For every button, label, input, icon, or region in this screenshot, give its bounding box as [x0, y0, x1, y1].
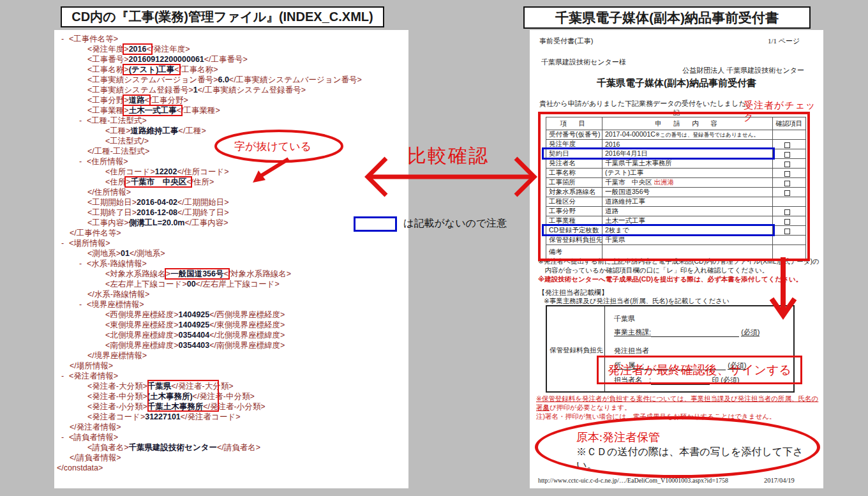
- xml-line: -<工事件名等>: [54, 34, 408, 44]
- form-issuer: 公益財団法人 千葉県建設技術センター: [530, 66, 804, 75]
- annotation-missing-chars-label: 字が抜けている: [234, 139, 311, 154]
- xml-line: <請負者名>千葉県建設技術センター</請負者名>: [54, 442, 408, 453]
- xml-line: -<工種-工法型式>: [54, 116, 408, 126]
- clerk-section-note: ※事業主務課及び発注担当者(所属、氏名)を記載してください: [544, 297, 730, 306]
- xml-code-block: -<工事件名等><発注年度>2016</発注年度><工事番号>201609122…: [54, 34, 408, 473]
- form-header-left: 事前受付書(工事): [539, 36, 593, 46]
- xml-line: <工事名称>(テスト)工事</工事名称>: [54, 64, 408, 75]
- clerk-dept-label: 事業主務課:: [614, 328, 651, 336]
- xml-line: <工期開始日>2016-04-02</工期開始日>: [54, 197, 408, 207]
- annotation-table-frame: [538, 112, 810, 261]
- annotation-stamp-ellipse: [535, 416, 820, 478]
- xml-highlight-box: >道路<: [124, 96, 149, 105]
- clerk-contact-label: 発注担当者: [614, 346, 649, 356]
- clerk-section-title: 【発注担当者記載欄】: [538, 288, 608, 297]
- xml-document: -<工事件名等><発注年度>2016</発注年度><工事番号>201609122…: [54, 30, 408, 488]
- xml-line: </請負者情報>: [54, 453, 408, 463]
- right-panel-title: 千葉県電子媒体(副本)納品事前受付書: [523, 6, 811, 29]
- annotation-blue-row-box: [542, 224, 775, 236]
- xml-line: <工事分野>道路</工事分野>: [54, 95, 408, 105]
- annotation-sign-text: 発注者が最終確認後、サインする: [608, 362, 791, 379]
- xml-line: <発注者-小分類>千葉土木事務所</発注者-小分類>: [54, 402, 408, 412]
- xml-highlight-box: >(テスト)工事<: [124, 65, 179, 74]
- form-document-title: 千葉県電子媒体(副本)納品事前受付書: [530, 77, 823, 89]
- left-panel-title-text: CD内の『工事(業務)管理ファイル』(INDEX_C.XML): [71, 8, 373, 26]
- xml-line: -<水系-路線情報>: [54, 259, 408, 269]
- form-document: 事前受付書(工事) 1/1 ページ 千葉県建設技術センター様 公益財団法人 千葉…: [530, 30, 823, 488]
- xml-line: -<発注者情報>: [54, 371, 408, 381]
- xml-line: <工事実績システム登録番号>1</工事実績システム登録番号>: [54, 85, 408, 95]
- clerk-row-label: 保管登録料負担先: [550, 346, 603, 355]
- xml-collapse-toggle[interactable]: -: [79, 156, 87, 167]
- xml-collapse-toggle[interactable]: -: [61, 371, 69, 381]
- xml-line: </発注者情報>: [54, 422, 408, 432]
- xml-highlight-box: >千葉市 中央区<: [126, 177, 191, 186]
- xml-line: -<請負者情報>: [54, 432, 408, 442]
- note-line-2: 内容が合っているか確認項目欄の口に「レ」印を入れ確認してください。: [538, 266, 768, 275]
- xml-line: <工事実績システムバージョン番号>6.0</工事実績システムバージョン番号>: [54, 75, 408, 85]
- annotation-box-orderer-values: [147, 380, 219, 412]
- xml-line: <測地系>01</測地系>: [54, 248, 408, 259]
- xml-collapse-toggle[interactable]: -: [79, 299, 87, 310]
- xml-line: <工法型式/>: [54, 136, 408, 146]
- xml-line: <発注者-中分類>(土木事務所)</発注者-中分類>: [54, 391, 408, 402]
- note-line-3-red: ※建設技術センターへ電子成果品(CD)を提出する際は、必ず本書を添付してください…: [538, 275, 802, 284]
- xml-highlight-box: >土木一式工事<: [124, 106, 181, 115]
- xml-highlight-box: >2016<: [124, 45, 151, 54]
- xml-collapse-toggle[interactable]: -: [61, 432, 69, 442]
- xml-line: <発注者コード>31227101</発注者コード>: [54, 412, 408, 422]
- xml-line: <工種>道路維持工事</工種>: [54, 126, 408, 136]
- xml-line: <北側境界座標緯度>0354404</北側境界座標緯度>: [54, 330, 408, 340]
- right-panel-title-text: 千葉県電子媒体(副本)納品事前受付書: [555, 9, 779, 27]
- legend-blue-box: [354, 216, 397, 232]
- xml-line: <左右岸上下線コード>00</左右岸上下線コード>: [54, 279, 408, 289]
- xml-line: </場所情報>: [54, 361, 408, 371]
- red-note-2: 及び押印が必要となります。: [536, 403, 631, 412]
- screenshot-root: CD内の『工事(業務)管理ファイル』(INDEX_C.XML) -<工事件名等>…: [0, 0, 868, 496]
- xml-line: <発注年度>2016</発注年度>: [54, 44, 408, 54]
- clerk-dept-field[interactable]: [651, 329, 739, 337]
- xml-line: </住所情報>: [54, 187, 408, 197]
- xml-highlight-box: >一般国道356号<: [166, 269, 228, 278]
- xml-line: -<境界座標情報>: [54, 299, 408, 310]
- compare-confirm-label: 比較確認: [407, 143, 489, 169]
- xml-line: <住所コード>12202</住所コード>: [54, 167, 408, 177]
- xml-line: <住所>千葉市 中央区</住所>: [54, 177, 408, 187]
- xml-line: -<住所情報>: [54, 156, 408, 167]
- xml-collapse-toggle[interactable]: -: [61, 238, 69, 248]
- legend-note-label: は記載がないので注意: [403, 217, 507, 230]
- xml-line: </constdata>: [54, 463, 408, 473]
- xml-line: <発注者-大分類>千葉県</発注者-大分類>: [54, 381, 408, 391]
- footer-date: 2017/04/19: [764, 477, 795, 484]
- xml-collapse-toggle[interactable]: -: [79, 259, 87, 269]
- xml-collapse-toggle[interactable]: -: [61, 34, 69, 44]
- xml-line: <西側境界座標経度>1404925</西側境界座標経度>: [54, 310, 408, 320]
- xml-collapse-toggle[interactable]: -: [79, 116, 87, 126]
- xml-line: <対象水系路線名>一般国道356号</対象水系路線名>: [54, 269, 408, 279]
- form-page-number: 1/1 ページ: [768, 36, 800, 46]
- xml-line: </境界座標情報>: [54, 350, 408, 361]
- xml-line: </水系-路線情報>: [54, 289, 408, 299]
- footer-url[interactable]: http://www.cctc-uic.c-d-c.ne.jp/…/EaDeli…: [538, 477, 728, 484]
- form-intro: 貴社から申請がありました下記業務データの受付をいたしました。: [539, 99, 753, 109]
- xml-line: <工事番号>20160912200000061</工事番号>: [54, 54, 408, 64]
- xml-line: <東側境界座標経度>1404925</東側境界座標経度>: [54, 320, 408, 330]
- annotation-sign-after-check: 発注者が最終確認後、サインする: [597, 356, 802, 384]
- annotation-blue-row-box: [542, 147, 775, 160]
- xml-line: <工事業種>土木一式工事</工事業種>: [54, 105, 408, 116]
- clerk-org: 千葉県: [614, 314, 635, 324]
- left-panel-title: CD内の『工事(業務)管理ファイル』(INDEX_C.XML): [61, 6, 384, 27]
- xml-line: <南側境界座標緯度>0354403</南側境界座標緯度>: [54, 340, 408, 350]
- xml-line: </工種-工法型式>: [54, 146, 408, 156]
- xml-line: -<場所情報>: [54, 238, 408, 248]
- clerk-dept-required: (必須): [741, 328, 760, 336]
